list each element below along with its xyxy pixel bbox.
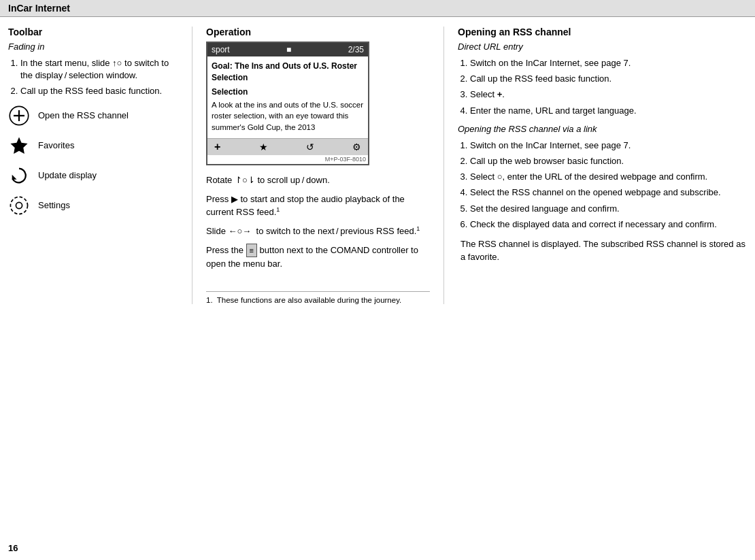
gear-icon <box>8 195 30 216</box>
screen-btn-gear: ⚙ <box>352 142 361 152</box>
rss-direct-step-3: Select +. <box>470 88 747 101</box>
rss-link-step-4: Select the RSS channel on the opened web… <box>470 186 747 199</box>
page-header: InCar Internet <box>0 0 755 17</box>
svg-marker-4 <box>12 174 17 179</box>
toolbar-steps: In the start menu, slide ↑○ to switch to… <box>8 57 178 98</box>
svg-point-6 <box>10 197 27 214</box>
star-icon <box>8 135 30 157</box>
rss-link-step-1: Switch on the InCar Internet, see page 7… <box>470 139 747 152</box>
toolbar-subtitle: Fading in <box>8 42 178 52</box>
icon-row-gear: Settings <box>8 195 178 216</box>
toolbar-title: Toolbar <box>8 27 178 37</box>
screen-bottom-bar: + ★ ↺ ⚙ <box>207 138 368 155</box>
content-area: Toolbar Fading in In the start menu, sli… <box>0 17 755 314</box>
icon-row-star: Favorites <box>8 135 178 157</box>
rss-direct-step-1: Switch on the InCar Internet, see page 7… <box>470 57 747 69</box>
rss-link-step-5: Set the desired language and confirm. <box>470 203 747 215</box>
toolbar-step-1: In the start menu, slide ↑○ to switch to… <box>20 57 178 82</box>
refresh-icon <box>8 165 30 186</box>
screen-btn-plus: + <box>214 141 220 153</box>
screen-top-bar: sport ■ 2/35 <box>207 43 368 56</box>
article-title: Goal: The Ins and Outs of U.S. Roster Se… <box>212 61 364 84</box>
refresh-icon-label: Update display <box>38 170 97 180</box>
rss-direct-step-2: Call up the RSS feed basic function. <box>470 73 747 85</box>
icon-row-refresh: Update display <box>8 165 178 186</box>
screen-indicator: ■ <box>286 45 291 54</box>
toolbar-step-2: Call up the RSS feed basic function. <box>20 85 178 97</box>
rss-link-step-2: Call up the web browser basic function. <box>470 155 747 167</box>
rss-direct-steps: Switch on the InCar Internet, see page 7… <box>458 57 747 117</box>
rss-link-steps: Switch on the InCar Internet, see page 7… <box>458 139 747 231</box>
screen-btn-star: ★ <box>259 142 268 152</box>
screen-mockup: sport ■ 2/35 Goal: The Ins and Outs of U… <box>206 42 369 165</box>
page-title: InCar Internet <box>8 3 70 14</box>
svg-point-5 <box>16 202 22 208</box>
operation-title: Operation <box>206 27 430 37</box>
gear-icon-label: Settings <box>38 200 70 210</box>
toolbar-column: Toolbar Fading in In the start menu, sli… <box>8 27 192 304</box>
rss-link-subtitle: Opening the RSS channel via a link <box>458 124 747 134</box>
screen-channel: sport <box>212 45 230 54</box>
op-para-1: Rotate ↾○⇂ to scroll up / down. <box>206 174 430 187</box>
rss-link-step-6: Check the displayed data and correct if … <box>470 218 747 231</box>
rss-direct-subtitle: Direct URL entry <box>458 42 747 52</box>
rss-final-note: The RSS channel is displayed. The subscr… <box>458 237 747 264</box>
plus-icon <box>8 105 30 127</box>
op-para-3: Slide ←○→ to switch to the next / previo… <box>206 225 430 238</box>
icon-row-plus: Open the RSS channel <box>8 105 178 127</box>
op-para-2: Press ▶ to start and stop the audio play… <box>206 193 430 219</box>
article-text: A look at the ins and outs of the U.S. s… <box>212 99 364 132</box>
svg-marker-3 <box>10 137 27 154</box>
page-number: 16 <box>8 543 18 553</box>
screen-btn-refresh: ↺ <box>306 142 314 152</box>
star-icon-label: Favorites <box>38 140 74 150</box>
operation-column: Operation sport ■ 2/35 Goal: The Ins and… <box>192 27 443 304</box>
operation-footnote: 1. These functions are also available du… <box>206 291 430 304</box>
rss-column: Opening an RSS channel Direct URL entry … <box>443 27 747 304</box>
screen-id: M+P-03F-8010 <box>207 156 366 163</box>
article-subtitle: Selection <box>212 86 364 98</box>
screen-page-count: 2/35 <box>348 45 364 54</box>
screen-body: Goal: The Ins and Outs of U.S. Roster Se… <box>207 56 368 138</box>
op-para-4: Press the ≡ button next to the COMAND co… <box>206 244 430 271</box>
rss-link-step-3: Select ○, enter the URL of the desired w… <box>470 171 747 183</box>
rss-title: Opening an RSS channel <box>458 27 747 37</box>
plus-icon-label: Open the RSS channel <box>38 110 129 120</box>
rss-direct-step-4: Enter the name, URL and target language. <box>470 105 747 117</box>
